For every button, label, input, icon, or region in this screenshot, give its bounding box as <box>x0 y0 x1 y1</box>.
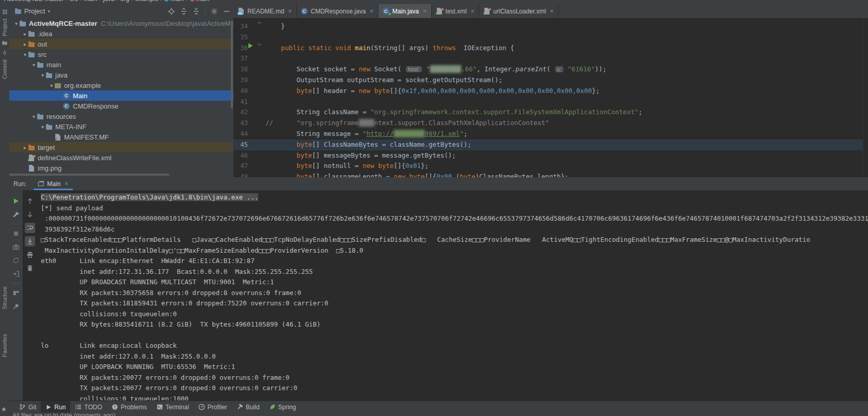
close-icon[interactable]: ✕ <box>470 8 475 14</box>
terminal-icon <box>156 404 163 410</box>
tree-item-meta-inf[interactable]: ▾META-INF <box>9 121 233 132</box>
expanded-arrow-icon[interactable]: ▾ <box>31 62 37 68</box>
close-icon[interactable]: ✕ <box>549 8 554 14</box>
run-line-icon[interactable] <box>248 43 257 54</box>
breadcrumb-item[interactable]: java <box>103 0 114 3</box>
tree-item-main[interactable]: CMain <box>9 90 233 101</box>
exit-button[interactable] <box>11 269 21 279</box>
locate-icon[interactable] <box>168 8 175 15</box>
tree-item-defineclasswritefile-xml[interactable]: defineClassWriteFile.xml <box>9 152 233 163</box>
statusbar-item-label: Git <box>28 404 36 411</box>
tree-vertical-scrollbar[interactable] <box>231 21 233 109</box>
expanded-arrow-icon[interactable]: ▾ <box>40 124 45 130</box>
stripe-folder-icon[interactable] <box>2 40 8 46</box>
camera-button[interactable] <box>11 242 21 252</box>
tree-item-org-example[interactable]: ▾org.example <box>9 80 233 90</box>
tab-readme-md[interactable]: MDREADME.md✕ <box>233 4 297 18</box>
close-icon[interactable]: ✕ <box>369 8 373 14</box>
stripe-item-commit[interactable]: Commit <box>2 59 8 79</box>
expanded-arrow-icon[interactable]: ▾ <box>13 21 19 26</box>
breadcrumb-item[interactable]: example <box>135 0 158 3</box>
collapse-all-icon[interactable] <box>193 8 200 15</box>
code-editor[interactable]: 34 }3536 public static void main(String[… <box>233 18 863 177</box>
breadcrumb-item[interactable]: Main <box>170 0 184 3</box>
tree-item-out[interactable]: ▸out <box>9 39 233 49</box>
stripe-windows-icon[interactable] <box>2 9 8 15</box>
tree-item-img-png[interactable]: img.png <box>9 163 233 173</box>
breadcrumb-item[interactable]: src <box>70 0 78 3</box>
breadcrumb-item[interactable]: ActiveMqRCE-master <box>4 0 64 3</box>
tab-main-java[interactable]: CMain.java✕ <box>378 4 432 18</box>
close-icon[interactable]: ✕ <box>422 8 427 14</box>
run-tab-main[interactable]: Main ✕ <box>34 177 72 190</box>
expand-all-icon[interactable] <box>180 8 187 15</box>
fold-marker-icon[interactable] <box>257 21 265 32</box>
class-icon: C <box>63 93 70 99</box>
expanded-arrow-icon[interactable]: ▾ <box>22 52 28 57</box>
restart-button[interactable] <box>11 255 21 266</box>
stripe-item-project[interactable]: Project <box>2 19 8 36</box>
tree-item-activemqrce-master[interactable]: ▾ActiveMqRCE-masterC:\Users\Anonymous\De… <box>9 18 233 28</box>
softwrap-button[interactable] <box>25 223 35 233</box>
breadcrumb-item[interactable]: main <box>196 0 210 3</box>
run-console-output[interactable]: C:\Penetration\ProgramTools\Java\jdk1.8\… <box>37 190 868 400</box>
run-toolbar-left <box>9 190 23 400</box>
layout-button[interactable] <box>11 288 21 298</box>
tab-test-xml[interactable]: test.xml✕ <box>432 4 480 18</box>
scrollend-button[interactable] <box>25 236 35 246</box>
statusbar-item-build[interactable]: Build <box>232 401 264 413</box>
up-button[interactable] <box>25 196 35 206</box>
statusbar-item-spring[interactable]: Spring <box>264 401 301 413</box>
breadcrumb-item[interactable]: main <box>84 0 97 3</box>
rerun-button[interactable] <box>11 196 21 206</box>
fold-marker-icon[interactable] <box>257 43 265 54</box>
close-icon[interactable]: ✕ <box>288 8 292 14</box>
expanded-arrow-icon[interactable]: ▾ <box>40 72 45 78</box>
trash-button[interactable] <box>25 263 35 273</box>
tree-item-src[interactable]: ▾src <box>9 49 233 59</box>
statusbar-item-run[interactable]: Run <box>41 401 70 413</box>
tree-item-cmdresponse[interactable]: CCMDResponse <box>9 101 233 111</box>
stripe-item-structure[interactable]: Structure <box>2 286 8 310</box>
expanded-arrow-icon[interactable]: ▾ <box>49 83 54 88</box>
tree-item--idea[interactable]: ▸.idea <box>9 28 233 39</box>
editor-scrollbar[interactable] <box>863 18 868 177</box>
statusbar-item-problems[interactable]: Problems <box>107 401 152 413</box>
tree-item-target[interactable]: ▸target <box>9 142 233 152</box>
printer-button[interactable] <box>25 250 35 260</box>
gear-icon[interactable] <box>211 8 218 15</box>
code-token: , Integer. <box>477 65 515 73</box>
statusbar-item-profiler[interactable]: Profiler <box>194 401 232 413</box>
console-line: RX packets:30375658 errors:0 dropped:8 o… <box>41 288 868 299</box>
stop-button[interactable] <box>11 228 21 239</box>
tree-horizontal-scrollbar[interactable] <box>9 174 169 176</box>
chevron-down-icon[interactable]: ▾ <box>48 9 50 14</box>
pin-button[interactable] <box>11 301 21 312</box>
collapsed-arrow-icon[interactable]: ▸ <box>22 41 28 47</box>
project-panel-title[interactable]: Project <box>24 7 45 15</box>
down-button[interactable] <box>25 209 35 220</box>
stripe-item-favorites[interactable]: Favorites <box>2 334 8 357</box>
minimize-icon[interactable] <box>223 8 230 15</box>
tree-item-java[interactable]: ▾java <box>9 70 233 80</box>
stripe-commit-icon[interactable] <box>2 50 8 56</box>
statusbar-item-git[interactable]: Git <box>14 401 41 413</box>
favorites-star-icon[interactable]: ★ <box>1 406 7 413</box>
collapsed-arrow-icon[interactable]: ▸ <box>22 145 28 150</box>
editor-gutter: 43 <box>233 118 265 129</box>
tree-item-resources[interactable]: ▾resources <box>9 111 233 121</box>
close-icon[interactable]: ✕ <box>64 181 68 187</box>
statusbar-item-terminal[interactable]: Terminal <box>152 401 194 413</box>
wrench-button[interactable] <box>11 209 21 220</box>
tab-urlclassloader-xml[interactable]: urlClassLoader.xml✕ <box>479 4 558 18</box>
code-token: IOException { <box>456 44 514 52</box>
expanded-arrow-icon[interactable]: ▾ <box>31 114 37 119</box>
statusbar-item-todo[interactable]: TODO <box>70 401 106 413</box>
tree-item-manifest-mf[interactable]: ≡MANIFEST.MF <box>9 132 233 142</box>
editor-gutter: 40 <box>233 86 265 97</box>
collapsed-arrow-icon[interactable]: ▸ <box>22 31 28 37</box>
code-text: // "org.springframe████ntext.support.Cla… <box>265 118 549 129</box>
breadcrumb-item[interactable]: org <box>120 0 129 3</box>
tree-item-main[interactable]: ▾main <box>9 59 233 70</box>
tab-cmdresponse-java[interactable]: CCMDResponse.java✕ <box>297 4 378 18</box>
